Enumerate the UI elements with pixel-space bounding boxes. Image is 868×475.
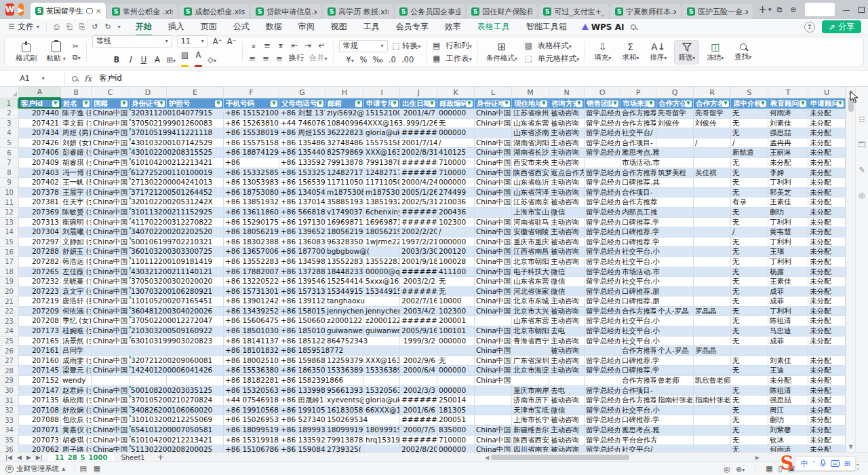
cell[interactable]: +44 07546918 bbox=[224, 396, 279, 406]
cell[interactable]: China中国 bbox=[475, 297, 512, 307]
cell[interactable]: ######### bbox=[400, 128, 437, 138]
cell[interactable]: China中国 bbox=[475, 366, 512, 376]
cell[interactable]: +86 56681836 bbox=[279, 208, 326, 218]
cell[interactable]: 李婵 bbox=[768, 168, 808, 178]
cell[interactable]: 合作方推荐 bbox=[620, 346, 656, 356]
cell[interactable] bbox=[656, 425, 694, 436]
cell[interactable]: +86 1850103098 bbox=[279, 326, 326, 337]
cell[interactable]: 被动咨询 bbox=[549, 109, 585, 119]
cell[interactable]: China中国 bbox=[92, 425, 130, 436]
table-header-cell[interactable]: 申请专用▼ bbox=[364, 98, 400, 109]
cell[interactable]: 重庆市重庆 bbox=[512, 238, 549, 248]
cell[interactable]: ######### bbox=[400, 208, 437, 218]
cell[interactable]: 主动咨询 bbox=[549, 356, 585, 366]
align-middle-icon[interactable]: ≡ bbox=[263, 41, 272, 50]
table-header-cell[interactable]: 父母电话号码▼ bbox=[279, 98, 326, 109]
cell[interactable]: 207313 bbox=[19, 218, 61, 228]
cell[interactable]: 无 bbox=[731, 247, 768, 257]
cell[interactable]: 411702200312270822 bbox=[130, 218, 167, 228]
row-header-13[interactable]: 13 bbox=[0, 218, 19, 228]
cell[interactable]: 无 bbox=[731, 326, 768, 337]
row-header-34[interactable]: 34 bbox=[0, 425, 19, 436]
cell[interactable] bbox=[656, 277, 694, 287]
cell[interactable]: 冯一博 (男 bbox=[61, 168, 92, 178]
cell[interactable]: 孟冉冉 bbox=[768, 138, 808, 149]
cell[interactable]: +86 1863505000 bbox=[279, 366, 326, 376]
cell[interactable]: China中国 bbox=[475, 247, 512, 257]
cell[interactable]: 主动咨询 bbox=[549, 188, 585, 198]
cell[interactable]: 吕同学 bbox=[61, 346, 92, 356]
cell[interactable]: ######### bbox=[400, 287, 437, 297]
row-header-26[interactable]: 26 bbox=[0, 346, 19, 356]
filter-dropdown-icon[interactable]: ▼ bbox=[317, 100, 323, 107]
file-tab[interactable]: S常州公积金 .xlsx bbox=[107, 4, 178, 19]
row-header-7[interactable]: 7 bbox=[0, 158, 19, 168]
cell[interactable]: 陈祖清 bbox=[768, 316, 808, 326]
cell[interactable]: 未分配 bbox=[808, 316, 846, 326]
cell[interactable]: 王晨宇 (男 bbox=[61, 188, 92, 198]
menu-item-10[interactable]: 效率 bbox=[437, 19, 469, 35]
cell[interactable]: XXX@163.c bbox=[364, 356, 400, 366]
cell[interactable]: 无 bbox=[731, 307, 768, 317]
cell[interactable]: 陕西省西安 bbox=[512, 168, 549, 178]
cell[interactable]: 122593794 bbox=[326, 356, 364, 366]
minimize-button[interactable]: — bbox=[843, 5, 850, 14]
cell[interactable] bbox=[437, 376, 475, 386]
rows-columns-button[interactable]: 行和列▾ bbox=[446, 41, 472, 51]
cell[interactable]: 5xxx@163.c bbox=[364, 277, 400, 287]
cell[interactable]: 主动咨询 bbox=[549, 425, 585, 436]
cell[interactable]: 358851932 bbox=[326, 197, 364, 208]
cell[interactable]: China中国 bbox=[475, 168, 512, 178]
cell[interactable]: 无 bbox=[731, 277, 768, 287]
cell[interactable]: hrq153199( bbox=[364, 436, 400, 446]
horizontal-scrollbar[interactable]: ◀ ▶ bbox=[485, 454, 760, 461]
ime-punct-icon[interactable]: ’ bbox=[812, 459, 815, 468]
table-style-button[interactable]: 表格样式▾ bbox=[538, 41, 572, 51]
cell[interactable]: guiwanwei( bbox=[364, 326, 400, 337]
cell[interactable]: 成雨雯 (女 bbox=[61, 356, 92, 366]
cell[interactable]: 207208 bbox=[19, 316, 61, 326]
name-box[interactable]: A1▾ bbox=[0, 71, 65, 86]
cell[interactable]: 100028 bbox=[437, 257, 475, 267]
cell[interactable]: China中国 bbox=[92, 406, 130, 416]
cell[interactable] bbox=[694, 366, 731, 376]
file-tab[interactable]: S医护五险一金.xlsx bbox=[682, 4, 753, 19]
cell[interactable]: China中国 bbox=[92, 326, 130, 337]
cell[interactable]: 留学总经办 bbox=[585, 128, 620, 138]
table-header-cell[interactable]: 申请顾问▼ bbox=[808, 98, 846, 109]
cell[interactable]: 主动咨询 bbox=[549, 138, 585, 149]
cell[interactable]: 留学总经办 bbox=[585, 178, 620, 188]
cell[interactable]: 平台合作方 bbox=[620, 436, 656, 446]
cell[interactable]: / bbox=[437, 138, 475, 149]
fill-button[interactable]: ⇩ 填充▾ bbox=[591, 41, 614, 64]
cell[interactable]: m1875308( bbox=[364, 188, 400, 198]
cell[interactable]: 207381 bbox=[19, 197, 61, 208]
cell[interactable]: 韩浩远 (男 bbox=[61, 257, 92, 267]
align-top-icon[interactable]: ⌅ bbox=[250, 41, 258, 50]
cell[interactable]: 371721200501264452 bbox=[130, 188, 167, 198]
row-header-36[interactable]: 36 bbox=[0, 445, 19, 452]
select-all-corner[interactable] bbox=[0, 87, 19, 98]
cell[interactable] bbox=[364, 376, 400, 386]
cell[interactable]: 2005/1/26 bbox=[400, 188, 437, 198]
cell[interactable]: 未分配 bbox=[808, 356, 846, 366]
row-header-35[interactable]: 35 bbox=[0, 436, 19, 446]
cell[interactable]: 66XXX@16( bbox=[364, 406, 400, 416]
merge-button[interactable]: 合并▾ bbox=[309, 53, 328, 63]
cell[interactable] bbox=[656, 227, 694, 238]
cell[interactable] bbox=[731, 376, 768, 386]
cell[interactable]: 江苏省南京 bbox=[512, 197, 549, 208]
cell[interactable]: 北京市海淀 bbox=[512, 366, 549, 376]
cell[interactable]: +86 18002510 bbox=[224, 356, 279, 366]
cell[interactable]: 山东省临沂 bbox=[512, 178, 549, 188]
copy-button[interactable]: ⧉▾ bbox=[73, 53, 81, 62]
cell[interactable]: China中国 bbox=[92, 277, 130, 287]
cell[interactable]: +86 1360831276 bbox=[279, 238, 326, 248]
cell[interactable]: 135522836 bbox=[364, 257, 400, 267]
cell[interactable]: +86 1354402198 bbox=[279, 148, 326, 158]
cell[interactable]: 未分配 bbox=[768, 158, 808, 168]
cell[interactable]: 留学总经办 bbox=[585, 119, 620, 129]
cell[interactable]: +86 1877000215 bbox=[279, 247, 326, 257]
cell[interactable] bbox=[694, 406, 731, 416]
cell[interactable]: 强思喆 bbox=[768, 128, 808, 138]
